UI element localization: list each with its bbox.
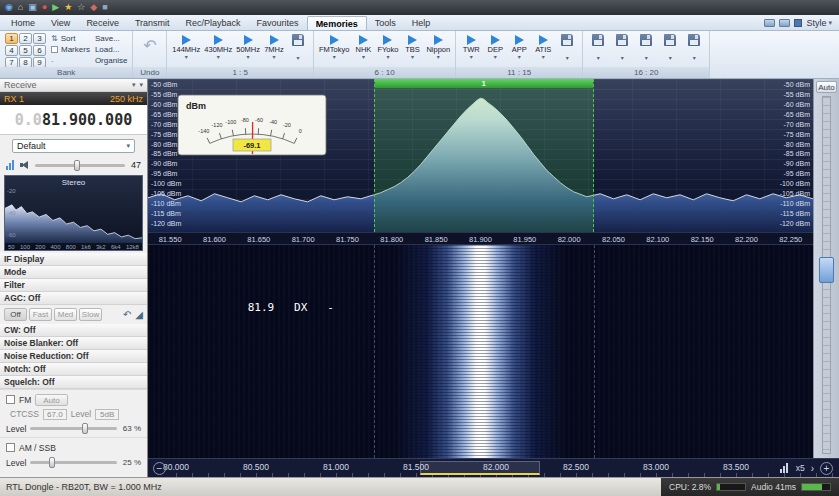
chevron-down-icon[interactable]: ▾ <box>185 54 188 60</box>
undo-button[interactable]: ↶ <box>135 35 164 57</box>
waterfall-display[interactable]: 81.9 DX - <box>148 245 813 458</box>
bank-button-1[interactable]: 1 <box>5 33 18 44</box>
tab-transmit[interactable]: Transmit <box>127 16 178 30</box>
bank-button-3[interactable]: 3 <box>33 33 46 44</box>
chevron-down-icon[interactable]: ▾ <box>566 55 569 61</box>
app-logo-icon[interactable]: ◉ <box>5 3 13 12</box>
am-level-slider-thumb[interactable] <box>49 457 55 468</box>
memory-store-button[interactable]: ▾ <box>555 33 579 61</box>
fm-level-slider[interactable] <box>30 427 116 430</box>
memory-recall-button[interactable]: 7MHz▾ <box>262 33 286 61</box>
chevron-down-icon[interactable]: ▾ <box>272 54 275 60</box>
volume-slider-thumb[interactable] <box>74 160 80 171</box>
chevron-down-icon[interactable]: ▾ <box>518 54 521 60</box>
section-cw-off[interactable]: CW: Off <box>0 324 147 337</box>
load-bank-button[interactable]: Load... <box>95 45 127 54</box>
filter-graph-icon[interactable]: ◢ <box>135 309 143 321</box>
mode-select[interactable]: Default ▾ <box>12 139 135 153</box>
memory-recall-button[interactable]: FMTokyo▾ <box>317 33 351 60</box>
fm-checkbox[interactable] <box>6 395 15 404</box>
memory-recall-button[interactable]: NHK▾ <box>351 33 375 60</box>
memory-store-button[interactable]: ▾ <box>286 33 310 61</box>
chevron-down-icon[interactable]: ▾ <box>386 54 389 60</box>
tab-receive[interactable]: Receive <box>78 16 127 30</box>
chevron-down-icon[interactable]: ▾ <box>437 54 440 60</box>
tab-view[interactable]: View <box>43 16 78 30</box>
chevron-down-icon[interactable]: ▾ <box>597 55 600 61</box>
zoom-in-button[interactable]: + <box>820 462 833 475</box>
chevron-down-icon[interactable]: ▾ <box>621 55 624 61</box>
tab-memories[interactable]: Memories <box>307 16 367 30</box>
fm-auto-button[interactable]: Auto <box>35 394 67 406</box>
chevron-down-icon[interactable]: ▾ <box>247 54 250 60</box>
auto-scale-button[interactable]: Auto <box>816 81 837 93</box>
markers-checkbox[interactable]: Markers <box>51 45 90 54</box>
agc-med-button[interactable]: Med <box>54 308 77 321</box>
undo-filter-icon[interactable]: ↶ <box>123 309 131 321</box>
display-layout-icon-2[interactable] <box>779 19 790 27</box>
section-agc-off[interactable]: AGC: Off <box>0 292 147 305</box>
save-bank-button[interactable]: Save... <box>95 34 127 43</box>
chevron-down-icon[interactable]: ▾ <box>494 54 497 60</box>
spectrum-display[interactable]: 1 -50 dBm-55 dBm-60 dBm-65 dBm-70 dBm-75… <box>148 79 813 232</box>
section-noise-blanker-off[interactable]: Noise Blanker: Off <box>0 337 147 350</box>
tab-rec-playback[interactable]: Rec/Playback <box>178 16 249 30</box>
volume-slider[interactable] <box>35 164 125 167</box>
memory-recall-button[interactable]: 144MHz▾ <box>170 33 202 61</box>
zoom-out-button[interactable]: − <box>153 462 166 475</box>
rx-selection-header[interactable]: 1 <box>375 79 592 88</box>
chevron-right-icon[interactable]: › <box>811 463 814 474</box>
chevron-down-icon[interactable]: ▾ <box>362 54 365 60</box>
chevron-down-icon[interactable]: ▾ <box>411 54 414 60</box>
tab-favourites[interactable]: Favourites <box>249 16 307 30</box>
memory-store-button[interactable]: ▾ <box>610 33 634 61</box>
display-layout-icon[interactable] <box>764 19 775 27</box>
favourite-outline-icon[interactable]: ☆ <box>77 3 85 12</box>
sort-button[interactable]: ⇅ Sort <box>51 34 90 43</box>
section-squelch-off[interactable]: Squelch: Off <box>0 376 147 389</box>
frequency-ruler[interactable]: 81.55081.60081.65081.70081.75081.80081.8… <box>148 232 813 245</box>
memory-recall-button[interactable]: 430MHz▾ <box>202 33 234 61</box>
bank-button-6[interactable]: 6 <box>33 45 46 56</box>
memory-store-button[interactable]: ▾ <box>682 33 706 61</box>
scale-scrollbar[interactable] <box>822 96 831 454</box>
record-icon[interactable]: ● <box>42 3 47 12</box>
spectrum-icon[interactable] <box>780 463 790 473</box>
chevron-down-icon[interactable]: ▾ <box>645 55 648 61</box>
panel-menu-icon[interactable]: ▾ <box>132 81 136 89</box>
band-overview-ruler[interactable]: − 80.00080.50081.00081.50082.00082.50083… <box>148 458 839 477</box>
memory-recall-button[interactable]: TBS▾ <box>400 33 424 60</box>
fm-level-slider-thumb[interactable] <box>82 423 88 434</box>
speaker-icon[interactable] <box>20 160 31 170</box>
chevron-down-icon[interactable]: ▾ <box>217 54 220 60</box>
panel-collapse-icon[interactable]: ▾ <box>139 81 143 89</box>
memory-recall-button[interactable]: FYoko▾ <box>375 33 400 60</box>
frequency-display[interactable]: 0.081.900.000 <box>0 105 147 135</box>
current-span-indicator[interactable] <box>420 461 540 475</box>
chevron-down-icon[interactable]: ▾ <box>693 55 696 61</box>
organise-button[interactable]: Organise <box>95 56 127 65</box>
memory-store-button[interactable]: ▾ <box>658 33 682 61</box>
memory-recall-button[interactable]: Nippon▾ <box>424 33 452 60</box>
chevron-down-icon[interactable]: ▾ <box>333 54 336 60</box>
home-icon[interactable]: ⌂ <box>18 3 23 12</box>
play-icon[interactable]: ▶ <box>52 3 59 12</box>
bank-button-2[interactable]: 2 <box>19 33 32 44</box>
scale-scrollbar-thumb[interactable] <box>819 257 834 283</box>
section-mode[interactable]: Mode <box>0 266 147 279</box>
section-if-display[interactable]: IF Display <box>0 253 147 266</box>
memory-recall-button[interactable]: 50MHz▾ <box>234 33 262 61</box>
agc-fast-button[interactable]: Fast <box>29 308 52 321</box>
tab-tools[interactable]: Tools <box>367 16 404 30</box>
chevron-down-icon[interactable]: ▾ <box>296 55 299 61</box>
memory-recall-button[interactable]: DEP▾ <box>483 33 507 61</box>
tools-icon[interactable]: ■ <box>102 3 107 12</box>
memory-recall-button[interactable]: TWR▾ <box>459 33 483 61</box>
bank-button-5[interactable]: 5 <box>19 45 32 56</box>
chevron-down-icon[interactable]: ▾ <box>669 55 672 61</box>
chevron-down-icon[interactable]: ▾ <box>470 54 473 60</box>
rx-selection-region[interactable]: 1 <box>374 79 593 232</box>
chevron-down-icon[interactable]: ▾ <box>542 54 545 60</box>
section-noise-reduction-off[interactable]: Noise Reduction: Off <box>0 350 147 363</box>
ctcss-field[interactable]: 67.0 <box>43 409 67 420</box>
